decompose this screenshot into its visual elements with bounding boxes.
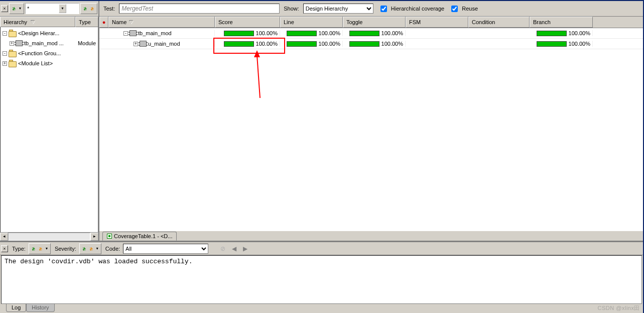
progress-bar: [537, 41, 567, 47]
severity-filter-buttons: ≵ ≵ ▼: [79, 243, 101, 254]
stop-icon[interactable]: ⊘: [218, 244, 227, 253]
scroll-right-icon[interactable]: ▸: [90, 233, 98, 241]
row-toggle-cell: 100.00%: [343, 41, 406, 47]
expand-toggle[interactable]: -: [123, 31, 128, 36]
severity-btn-b[interactable]: ≵: [88, 245, 95, 253]
col-name-label: Name: [112, 19, 126, 25]
coverage-table-body[interactable]: - tb_main_mod 100.00% 100.00% 100.00% 10…: [99, 28, 643, 231]
row-toggle: 100.00%: [381, 30, 403, 36]
expand-toggle[interactable]: +: [134, 42, 138, 46]
nav-btn-left[interactable]: ≵: [82, 5, 89, 13]
nav-btn-right[interactable]: ≵: [89, 5, 96, 13]
left-hscroll[interactable]: ◂ ▸: [0, 233, 98, 241]
table-row[interactable]: - tb_main_mod 100.00% 100.00% 100.00% 10…: [99, 28, 643, 39]
code-label: Code:: [103, 246, 121, 252]
tab-coverage-table[interactable]: CoverageTable.1 - <D...: [102, 232, 177, 241]
row-line: 100.00%: [319, 41, 340, 47]
folder-icon: [9, 30, 17, 37]
show-label: Show:: [283, 6, 300, 12]
col-score-label: Score: [218, 19, 233, 25]
col-line[interactable]: Line: [280, 17, 343, 28]
test-input[interactable]: [119, 4, 280, 14]
filter-btn-a[interactable]: ≵: [11, 5, 18, 13]
row-name: u_main_mod: [148, 41, 180, 47]
type-filter-buttons: ≵ ≵ ▼: [29, 243, 51, 254]
top-split: × ≵ ▼ ▼ ≵ ≵ Hierarchy: [0, 1, 643, 241]
expand-toggle[interactable]: +: [3, 61, 7, 66]
type-dd[interactable]: ▼: [44, 245, 49, 253]
col-cond[interactable]: Condition: [468, 17, 530, 28]
expand-toggle[interactable]: -: [3, 31, 7, 36]
tree-row[interactable]: - <Design Hierar...: [1, 28, 98, 38]
row-score: 100.00%: [256, 41, 278, 47]
progress-bar: [349, 41, 379, 47]
scroll-left-icon[interactable]: ◂: [0, 233, 8, 241]
row-name-cell[interactable]: - tb_main_mod: [108, 30, 215, 36]
module-icon: [16, 40, 23, 46]
tree-label: <Module List>: [18, 60, 53, 66]
expand-toggle[interactable]: -: [3, 51, 7, 56]
tree-row[interactable]: + <Module List>: [1, 58, 98, 68]
progress-bar: [287, 41, 317, 47]
severity-btn-a[interactable]: ≵: [81, 245, 88, 253]
row-line-cell: 100.00%: [280, 41, 343, 47]
next-icon[interactable]: ▶: [240, 244, 249, 253]
col-cond-label: Condition: [472, 19, 495, 25]
table-row[interactable]: + u_main_mod 100.00% 100.00% 100.00% 100…: [99, 39, 643, 49]
progress-bar: [537, 31, 567, 36]
col-name[interactable]: Name: [108, 17, 215, 28]
scroll-track[interactable]: [8, 233, 90, 241]
col-score[interactable]: Score: [215, 17, 280, 28]
prev-icon[interactable]: ◀: [229, 244, 238, 253]
hierarchy-col-name-label: Hierarchy: [4, 19, 27, 25]
hier-coverage-checkbox[interactable]: [380, 6, 387, 12]
tab-history[interactable]: History: [26, 304, 54, 312]
nav-btn-group: ≵ ≵: [80, 3, 97, 14]
severity-dd[interactable]: ▼: [95, 245, 100, 253]
filter-input[interactable]: [26, 4, 59, 13]
reuse-checkbox[interactable]: [451, 6, 458, 12]
col-marker[interactable]: ●: [99, 17, 108, 28]
col-fsm[interactable]: FSM: [406, 17, 468, 28]
severity-label: Severity:: [53, 246, 77, 252]
tree-row[interactable]: + tb_main_mod ... Module: [1, 38, 98, 48]
expand-toggle[interactable]: +: [10, 41, 14, 46]
main-panel: Test: Show: Design Hierarchy Hierarchica…: [99, 1, 643, 241]
folder-icon: [9, 50, 17, 57]
code-select[interactable]: All: [123, 244, 208, 254]
hierarchy-tree[interactable]: - <Design Hierar... + tb_main_mod ... Mo…: [0, 27, 98, 233]
test-label: Test:: [102, 6, 116, 12]
row-branch: 100.00%: [569, 30, 590, 36]
filter-dd-a[interactable]: ▼: [18, 5, 23, 13]
progress-bar: [224, 41, 254, 47]
tree-row[interactable]: - <Function Grou...: [1, 48, 98, 58]
tree-label: <Function Grou...: [18, 50, 61, 56]
main-tab-strip: CoverageTable.1 - <D...: [99, 231, 643, 241]
module-icon: [130, 30, 137, 36]
col-toggle[interactable]: Toggle: [343, 17, 406, 28]
filter-dropdown-button[interactable]: ▼: [59, 4, 66, 13]
type-btn-a[interactable]: ≵: [30, 245, 37, 253]
col-branch[interactable]: Branch: [530, 17, 593, 28]
filter-combo[interactable]: ▼: [25, 3, 79, 14]
hierarchy-col-name[interactable]: Hierarchy: [0, 17, 75, 27]
tab-log[interactable]: Log: [6, 304, 26, 312]
sort-indicator-icon: [31, 21, 35, 24]
log-panel: × Type: ≵ ≵ ▼ Severity: ≵ ≵ ▼ Code: All …: [0, 241, 643, 313]
tab-history-label: History: [32, 304, 49, 310]
show-select[interactable]: Design Hierarchy: [303, 4, 373, 14]
row-name-cell[interactable]: + u_main_mod: [108, 41, 215, 47]
tab-log-label: Log: [12, 304, 21, 310]
marker-icon: ●: [102, 19, 106, 25]
col-fsm-label: FSM: [409, 19, 421, 25]
log-tab-strip: Log History: [0, 304, 643, 313]
left-panel: × ≵ ▼ ▼ ≵ ≵ Hierarchy: [0, 1, 99, 241]
hierarchy-col-type[interactable]: Type: [75, 17, 98, 27]
type-btn-b[interactable]: ≵: [37, 245, 44, 253]
log-output[interactable]: The design 'covdir.vdb' was loaded succe…: [1, 255, 642, 304]
close-icon[interactable]: ×: [1, 245, 8, 252]
tree-type: Module: [78, 40, 98, 46]
app-window: × ≵ ▼ ▼ ≵ ≵ Hierarchy: [0, 0, 644, 313]
close-icon[interactable]: ×: [1, 5, 8, 12]
row-branch: 100.00%: [569, 41, 590, 47]
